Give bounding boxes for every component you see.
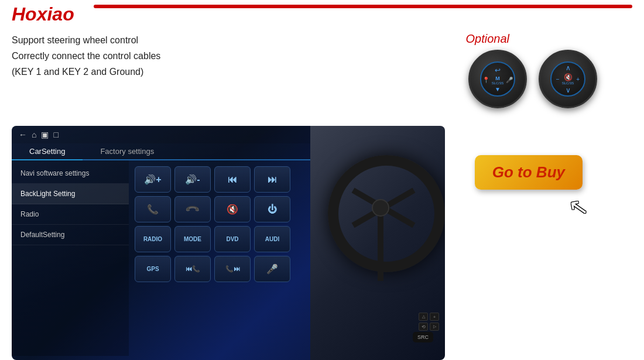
- go-to-buy-button[interactable]: Go to Buy: [475, 155, 583, 190]
- brand-name: Hoxiao: [12, 4, 74, 25]
- sidebar: Navi software settings BackLight Setting…: [12, 160, 129, 356]
- desc-line1: Support steering wheel control: [12, 32, 160, 48]
- brand-logo: Hoxiao: [12, 4, 74, 25]
- progress-bar: [94, 5, 632, 8]
- cursor-arrow: ↖: [566, 191, 590, 221]
- btn-mode[interactable]: MODE: [174, 226, 211, 252]
- tab-carsetting[interactable]: CarSetting: [12, 143, 83, 160]
- sidebar-item-backlight[interactable]: BackLight Setting: [12, 184, 129, 204]
- btn-vol-up[interactable]: 🔊+: [135, 166, 171, 193]
- btn-call[interactable]: 📞: [135, 196, 171, 222]
- home-icon[interactable]: ⌂: [32, 130, 36, 139]
- btn-next-call[interactable]: 📞⏭: [214, 256, 251, 282]
- btn-power[interactable]: ⏻: [254, 196, 290, 222]
- btn-radio[interactable]: RADIO: [135, 226, 171, 252]
- steering-wheel-1: ↩ 📍 M SLC/3S 🎤 ▼: [468, 50, 527, 108]
- sidebar-item-default[interactable]: DefaultSetting: [12, 225, 129, 245]
- desc-line2: Correctly connect the control cables: [12, 48, 160, 64]
- btn-hangup[interactable]: 📞: [174, 196, 211, 222]
- optional-wheels: ↩ 📍 M SLC/3S 🎤 ▼ ∧ − 🔇: [468, 50, 597, 108]
- btn-dvd[interactable]: DVD: [214, 226, 251, 252]
- btn-mute[interactable]: 🔇: [214, 196, 251, 222]
- btn-prev-call[interactable]: ⏮📞: [174, 256, 211, 282]
- optional-label: Optional: [466, 32, 510, 46]
- window-icon: □: [53, 130, 58, 139]
- desc-line3: (KEY 1 and KEY 2 and Ground): [12, 64, 160, 80]
- steering-photo: SRC △ + ⟲ ▷: [310, 126, 445, 360]
- btn-prev[interactable]: ⏮: [214, 166, 251, 193]
- tab-factory-settings[interactable]: Factory settings: [83, 143, 172, 160]
- sidebar-item-radio[interactable]: Radio: [12, 204, 129, 225]
- btn-gps[interactable]: GPS: [135, 256, 171, 282]
- btn-next[interactable]: ⏭: [254, 166, 290, 193]
- sidebar-item-navi[interactable]: Navi software settings: [12, 163, 129, 184]
- btn-vol-down[interactable]: 🔊-: [174, 166, 211, 193]
- recent-icon[interactable]: ▣: [41, 130, 49, 139]
- main-description: Support steering wheel control Correctly…: [12, 32, 160, 80]
- btn-mic[interactable]: 🎤: [254, 256, 290, 282]
- steering-wheel-2: ∧ − 🔇 SLC/3S + ∨: [539, 50, 597, 108]
- btn-audio[interactable]: AUDI: [254, 226, 290, 252]
- back-icon[interactable]: ←: [19, 130, 27, 139]
